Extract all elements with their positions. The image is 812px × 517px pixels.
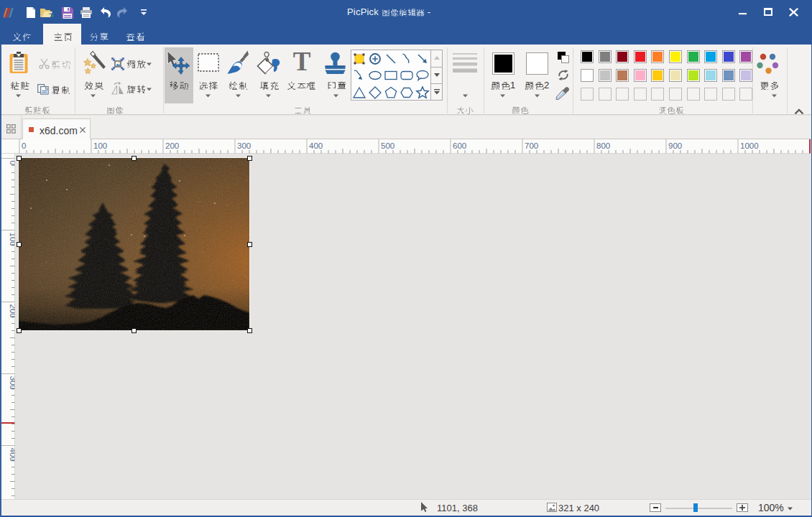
- svg-text:500: 500: [381, 141, 395, 150]
- svg-text:200: 200: [9, 304, 16, 318]
- svg-text:300: 300: [9, 376, 16, 390]
- svg-text:0: 0: [9, 161, 16, 165]
- svg-text:100: 100: [9, 233, 16, 246]
- svg-text:700: 700: [525, 141, 538, 150]
- svg-text:1000: 1000: [740, 141, 759, 150]
- svg-text:200: 200: [165, 141, 179, 150]
- svg-text:100: 100: [93, 141, 107, 150]
- svg-text:0: 0: [22, 141, 26, 150]
- svg-text:900: 900: [668, 141, 682, 150]
- svg-text:400: 400: [9, 448, 16, 462]
- svg-text:800: 800: [596, 141, 610, 150]
- svg-text:400: 400: [309, 141, 323, 150]
- svg-text:600: 600: [453, 141, 466, 150]
- svg-text:300: 300: [237, 141, 251, 150]
